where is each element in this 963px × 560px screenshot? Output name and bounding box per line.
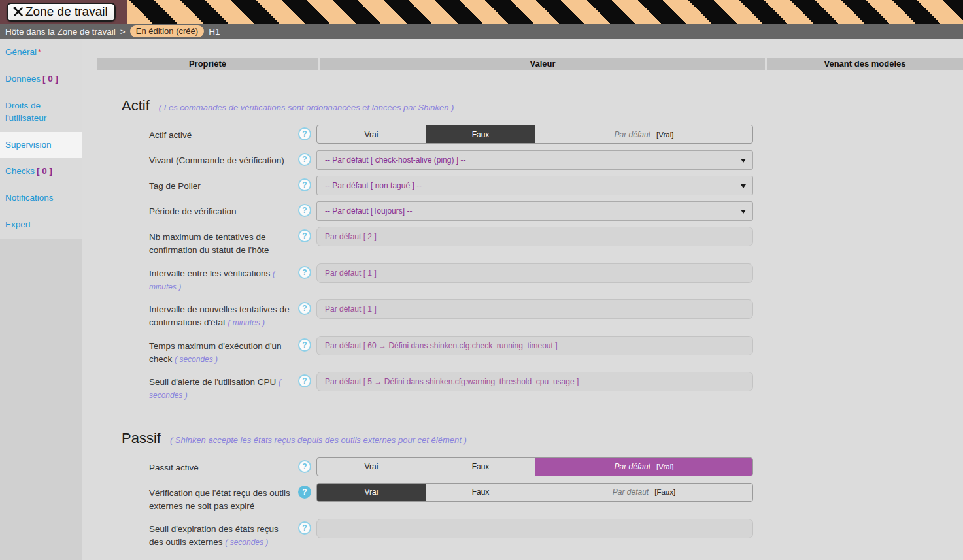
field-row-check-period: Période de vérification ? -- Par défaut … [149, 201, 963, 221]
default-value: [Vrai] [656, 463, 673, 470]
field-label-text: Vérification que l'état reçu des outils … [149, 488, 290, 511]
field-label-text: Tag de Poller [149, 181, 201, 191]
count-badge: [ 0 ] [37, 166, 52, 176]
select-value: -- Par défaut [ check-host-alive (ping) … [325, 156, 465, 165]
help-cell: ? [298, 336, 316, 352]
select-check-period[interactable]: -- Par défaut [Toujours] -- [316, 201, 753, 221]
select-poller-tag[interactable]: -- Par défaut [ non tagué ] -- [316, 176, 753, 195]
select-check-command[interactable]: -- Par défaut [ check-host-alive (ping) … [316, 150, 753, 170]
sidebar: Général* Données[ 0 ] Droits de l'utilis… [0, 39, 82, 560]
workspace-tab: Zone de travail [0, 0, 127, 24]
field-label: Actif activé [149, 125, 298, 142]
input-cpu-warning-threshold[interactable] [316, 372, 753, 391]
help-icon[interactable]: ? [298, 153, 311, 166]
help-icon[interactable]: ? [298, 127, 311, 140]
tristate-false-button[interactable]: Faux [426, 125, 535, 143]
tristate-default-button[interactable]: Par défaut [Vrai] [535, 125, 752, 143]
breadcrumb-path[interactable]: Hôte dans la Zone de travail [5, 27, 116, 37]
help-icon[interactable]: ? [298, 374, 311, 387]
column-header-value: Valeur [320, 58, 765, 70]
section-passif-header: Passif ( Shinken accepte les états reçus… [122, 430, 963, 447]
sidebar-item-supervision[interactable]: Supervision [0, 132, 82, 159]
sidebar-item-droits-utilisateur[interactable]: Droits de l'utilisateur [0, 93, 82, 132]
sidebar-item-general[interactable]: Général* [0, 39, 82, 66]
section-actif: Actif ( Les commandes de vérifications s… [122, 97, 963, 403]
tristate-true-button[interactable]: Vrai [317, 125, 426, 143]
field-label: Nb maximum de tentatives de confirmation… [149, 227, 298, 257]
field-row-actif-active: Actif activé ? Vrai Faux Par défaut [Vra… [149, 125, 963, 144]
help-icon[interactable]: ? [298, 302, 311, 315]
sidebar-item-label: Supervision [5, 140, 52, 150]
field-label-text: Seuil d'alerte de l'utilisation CPU [149, 377, 276, 387]
help-icon[interactable]: ? [298, 486, 311, 499]
field-row-cpu-warning-threshold: Seuil d'alerte de l'utilisation CPU ( se… [149, 372, 963, 403]
field-row-passif-active: Passif activé ? Vrai Faux Par défaut [Vr… [149, 457, 963, 477]
field-label-text: Actif activé [149, 130, 192, 140]
section-actif-rows: Actif activé ? Vrai Faux Par défaut [Vra… [149, 125, 963, 403]
tristate-false-button[interactable]: Faux [426, 484, 535, 501]
section-passif-rows: Passif activé ? Vrai Faux Par défaut [Vr… [149, 457, 963, 550]
select-value: -- Par défaut [ non tagué ] -- [325, 181, 422, 190]
tristate-default-button[interactable]: Par défaut [Vrai] [535, 458, 752, 476]
help-cell: ? [298, 299, 316, 315]
tristate-default-button[interactable]: Par défaut [Faux] [535, 484, 752, 501]
chevron-down-icon [741, 159, 746, 163]
chevron-down-icon [741, 184, 746, 188]
breadcrumb: Hôte dans la Zone de travail > En éditio… [0, 24, 963, 39]
field-label: Tag de Poller [149, 176, 298, 193]
field-unit: ( secondes ) [225, 538, 268, 547]
default-value: [Vrai] [656, 131, 673, 139]
select-value: -- Par défaut [Toujours] -- [325, 206, 412, 216]
input-check-interval[interactable] [316, 263, 753, 283]
help-icon[interactable]: ? [298, 229, 311, 242]
field-label-text: Période de vérification [149, 206, 237, 216]
sidebar-item-label: Checks [5, 166, 35, 176]
field-label-text: Intervalle entre les vérifications [149, 269, 270, 278]
sidebar-item-label: Général [5, 47, 37, 57]
field-label: Intervalle de nouvelles tentatives de co… [149, 299, 298, 330]
tristate-freshness-check: Vrai Faux Par défaut [Faux] [316, 483, 753, 502]
sidebar-item-label: Expert [5, 220, 31, 229]
tristate-true-button[interactable]: Vrai [317, 458, 426, 476]
help-icon[interactable]: ? [298, 178, 311, 191]
tristate-true-button[interactable]: Vrai [317, 484, 426, 501]
tristate-false-button[interactable]: Faux [426, 458, 535, 476]
help-icon[interactable]: ? [298, 521, 311, 535]
field-label: Intervalle entre les vérifications ( min… [149, 263, 298, 294]
field-row-check-interval: Intervalle entre les vérifications ( min… [149, 263, 963, 294]
help-icon[interactable]: ? [298, 338, 311, 352]
section-passif: Passif ( Shinken accepte les états reçus… [122, 430, 963, 550]
field-row-check-timeout: Temps maximum d'exécution d'un check ( s… [149, 336, 963, 367]
field-label: Seuil d'expiration des états reçus des o… [149, 519, 298, 550]
field-row-retry-interval: Intervalle de nouvelles tentatives de co… [149, 299, 963, 330]
help-cell: ? [298, 263, 316, 279]
sidebar-item-donnees[interactable]: Données[ 0 ] [0, 66, 82, 93]
field-label: Période de vérification [149, 201, 298, 218]
help-icon[interactable]: ? [298, 266, 311, 279]
field-label-text: Intervalle de nouvelles tentatives de co… [149, 305, 290, 327]
input-retry-interval[interactable] [316, 299, 753, 319]
field-label-text: Passif activé [149, 463, 199, 472]
column-header-property: Propriété [97, 58, 318, 70]
sidebar-item-checks[interactable]: Checks[ 0 ] [0, 158, 82, 185]
field-label-text: Nb maximum de tentatives de confirmation… [149, 232, 269, 255]
help-cell: ? [298, 176, 316, 191]
help-icon[interactable]: ? [298, 204, 311, 217]
help-cell: ? [298, 457, 316, 473]
workspace-button[interactable]: Zone de travail [7, 3, 116, 22]
sidebar-item-notifications[interactable]: Notifications [0, 185, 82, 212]
status-badge: En édition (créé) [130, 25, 204, 37]
field-label-text: Vivant (Commande de vérification) [149, 156, 284, 165]
help-cell: ? [298, 372, 316, 387]
section-title: Actif [122, 97, 150, 114]
help-icon[interactable]: ? [298, 460, 311, 473]
sidebar-item-expert[interactable]: Expert [0, 212, 82, 239]
input-check-timeout[interactable] [316, 336, 753, 355]
chevron-down-icon [741, 210, 746, 214]
section-actif-header: Actif ( Les commandes de vérifications s… [122, 97, 963, 114]
breadcrumb-item-name: H1 [209, 27, 220, 37]
input-max-check-attempts[interactable] [316, 227, 753, 246]
field-label: Seuil d'alerte de l'utilisation CPU ( se… [149, 372, 298, 403]
input-freshness-threshold[interactable] [316, 519, 753, 538]
default-label: Par défaut [613, 487, 649, 497]
